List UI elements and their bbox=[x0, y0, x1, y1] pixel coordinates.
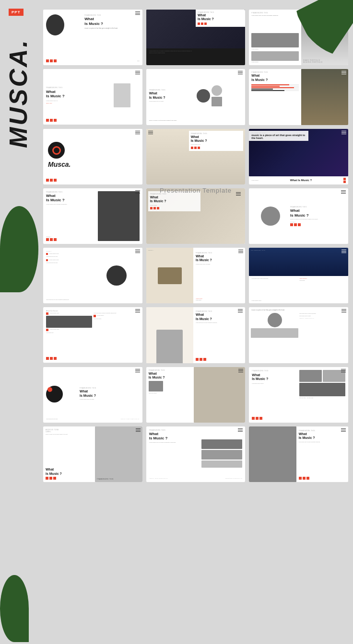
slide-menu-19 bbox=[135, 369, 140, 372]
slide-17[interactable]: FRAMEWORK THIS WhatIs Music ? Lorem ipsu… bbox=[146, 307, 246, 363]
slide-menu-9 bbox=[341, 131, 346, 134]
decorative-leaf-mid bbox=[0, 206, 38, 292]
slide-menu-7 bbox=[135, 131, 140, 134]
slide-20[interactable]: FRAMEWORK THIS WhatIs Music ? About Our … bbox=[146, 367, 246, 423]
slide-11[interactable]: FRAMEWORK THIS WhatIs Music ? Lorem ipsu… bbox=[146, 188, 246, 244]
slide-7-musca[interactable]: Musca. bbox=[43, 129, 142, 184]
slide-5[interactable]: FRAMEWORK THIS WhatIs Music ? Lorem ipsu… bbox=[146, 69, 246, 125]
slide-2[interactable]: FRAMEWORK THIS WhatIs Music ? Lorem ipsu… bbox=[146, 10, 246, 65]
slides-grid: FRAMEWORK THIS WhatIs Music ? music is a… bbox=[43, 10, 348, 482]
slide-1-body: music is a piece of art that goes straig… bbox=[84, 27, 139, 29]
slide-22[interactable]: AddFive ToneLabel music is a piece of ar… bbox=[43, 426, 142, 482]
slide-19[interactable]: FRAMEWORK THIS WhatIs Music ? Lorem ipsu… bbox=[43, 367, 142, 423]
slide-menu-23 bbox=[238, 428, 243, 432]
slide-1-label: FRAMEWORK THIS bbox=[84, 14, 139, 16]
slide-10[interactable]: FRAMEWORK THIS WhatIs Music ? Lorem ipsu… bbox=[43, 188, 142, 244]
slide-16[interactable]: About Our Service : Lorem ipsum dolor Lo… bbox=[43, 307, 142, 363]
slide-menu-icon-1 bbox=[135, 12, 140, 15]
slide-menu-17 bbox=[238, 309, 243, 312]
slide-menu-21 bbox=[341, 369, 346, 372]
slide-menu-18 bbox=[341, 309, 346, 312]
slide-menu-16 bbox=[135, 309, 140, 312]
slide-15[interactable]: FRAMEWORK THIS Lorem ipsum dolor sit ame… bbox=[249, 248, 348, 303]
slide-menu-6 bbox=[341, 71, 346, 74]
musca-brand-title: MUSCA. bbox=[6, 38, 31, 148]
slide-menu-22 bbox=[136, 428, 141, 432]
slide-14[interactable]: Number 2 FRAMEWORK THIS WhatIs Music ? L… bbox=[146, 248, 246, 303]
slide-menu-24 bbox=[341, 428, 346, 432]
slide-8[interactable]: FRAMEWORK THIS WhatIs Music ? Lorem ipsu… bbox=[146, 129, 246, 184]
slide-21[interactable]: FRAMEWORK THIS WhatIs Music ? Lorem ipsu… bbox=[249, 367, 348, 423]
slide-menu-8 bbox=[148, 131, 243, 134]
slide-menu-icon-2 bbox=[238, 12, 243, 15]
slide-menu-5 bbox=[238, 71, 243, 74]
slide-23[interactable]: FRAMEWORK THIS WhatIs Music ? Lorem ipsu… bbox=[146, 426, 246, 482]
slide-1-dots: ● ● bbox=[46, 59, 140, 62]
slide-menu-20 bbox=[238, 369, 243, 372]
slide-13[interactable]: Number 1 Lorem ipsum dolor Lorem ipsum d… bbox=[43, 248, 142, 303]
slide-9[interactable]: FRAMEWORK THIS music is a piece of art t… bbox=[249, 129, 348, 184]
slide-menu-4 bbox=[135, 71, 140, 74]
presentation-template-label: Presentation Template bbox=[43, 187, 348, 194]
musca-logo: Musca. bbox=[48, 161, 71, 168]
slide-menu-13 bbox=[135, 250, 140, 253]
slide-18[interactable]: music is a piece of art that goes straig… bbox=[249, 307, 348, 363]
slide-6[interactable]: FRAMEWORK THIS WhatIs Music ? bbox=[249, 69, 348, 125]
slide-menu-14 bbox=[238, 250, 243, 253]
slide-12[interactable]: FRAMEWORK THIS WhatIs Music ? music is a… bbox=[249, 188, 348, 244]
ppt-badge: PPT bbox=[9, 9, 24, 16]
slide-4[interactable]: FRAMEWORK THIS WhatIs Music ? Lorem ipsu… bbox=[43, 69, 142, 125]
decorative-leaf-bottom bbox=[0, 575, 29, 642]
slide-1-title: WhatIs Music ? bbox=[84, 17, 139, 26]
slide-24[interactable]: FRAMEWORK THIS WhatIs Music ? Lorem ipsu… bbox=[249, 426, 348, 482]
slide-1[interactable]: FRAMEWORK THIS WhatIs Music ? music is a… bbox=[43, 10, 142, 65]
